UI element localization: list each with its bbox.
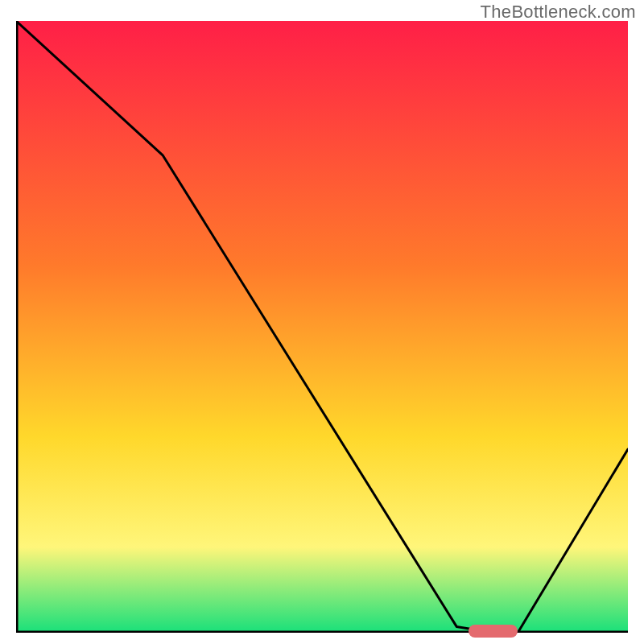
plot-area — [16, 21, 628, 633]
gradient-background — [16, 21, 628, 633]
chart-frame: TheBottleneck.com — [0, 0, 644, 644]
watermark-text: TheBottleneck.com — [481, 2, 636, 23]
optimal-range-marker — [469, 625, 518, 638]
plot-svg — [16, 21, 628, 633]
